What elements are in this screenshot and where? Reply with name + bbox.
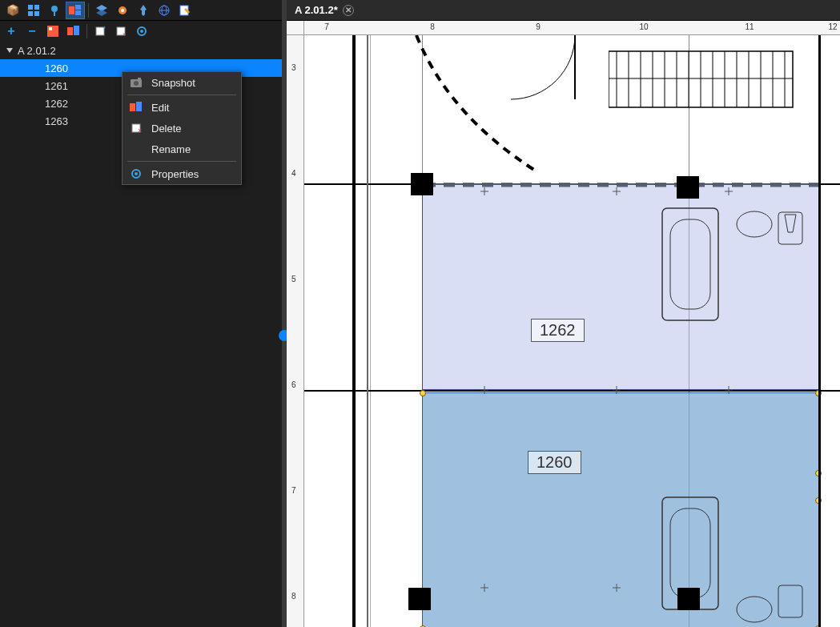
edit-form-icon[interactable] [175,2,195,19]
zone-1260[interactable]: 1260 [422,392,819,627]
column-marker [677,176,699,199]
svg-rect-17 [74,26,79,35]
box-icon[interactable]: 📦 [3,2,22,19]
wall [367,35,368,627]
grid-icon[interactable] [24,2,43,19]
ruler-tick: 6 [291,380,296,389]
layers-icon[interactable] [92,2,111,19]
svg-rect-53 [670,219,710,309]
tab-bar: A 2.01.2* ✕ [287,0,840,21]
ruler-tick: 4 [291,169,296,178]
svg-rect-7 [75,10,81,15]
delete-icon: × [129,121,143,135]
svg-point-23 [140,30,143,33]
add-icon[interactable]: + [2,22,21,40]
menu-properties[interactable]: Properties [123,163,241,184]
tree-root-label: A 2.01.2 [18,45,56,57]
svg-rect-1 [34,5,39,10]
delete-note-icon[interactable]: × [111,22,131,40]
svg-rect-5 [69,6,74,14]
svg-point-25 [134,81,139,86]
svg-rect-15 [49,27,52,30]
stairs [609,35,817,115]
secondary-toolbar: + − + × [0,21,282,42]
menu-delete[interactable]: × Delete [123,118,241,139]
svg-point-58 [737,597,772,622]
new-note-icon[interactable]: + [90,22,110,40]
close-icon[interactable]: ✕ [343,5,354,16]
menu-snapshot[interactable]: Snapshot [123,72,241,93]
camera-icon [129,75,143,90]
menu-label: Edit [151,102,169,114]
remove-icon[interactable]: − [22,22,42,40]
ruler-tick: 9 [536,22,541,31]
ruler-tick: 5 [291,275,296,283]
toolbar-separator [88,3,89,18]
zone-blue-icon[interactable] [64,22,83,40]
menu-rename[interactable]: Rename [123,139,241,159]
ruler-tick: 8 [291,592,296,601]
zone-1262[interactable]: 1262 [422,183,819,390]
zone-label: 1262 [531,319,585,342]
ruler-horizontal: 7 8 9 10 11 12 [304,21,840,35]
properties-gear-icon [129,167,143,181]
gear-icon[interactable] [132,22,151,40]
svg-point-54 [737,211,772,237]
wall [304,390,840,392]
tab-active[interactable]: A 2.01.2* ✕ [295,4,354,16]
spaces-icon[interactable] [66,2,85,19]
wall [352,35,356,627]
ruler-tick: 12 [828,22,837,31]
zone-label: 1260 [528,451,581,474]
ruler-tick: 8 [430,22,435,31]
svg-rect-26 [138,78,141,80]
svg-rect-2 [28,11,33,16]
svg-rect-27 [130,103,135,111]
svg-rect-57 [670,508,710,598]
column-marker [408,588,431,610]
menu-edit[interactable]: Edit [123,97,241,118]
handle-dot[interactable] [420,390,426,396]
bathroom-fixtures [658,200,810,344]
menu-separator [127,161,236,162]
wall [818,35,821,627]
cog-orange-icon[interactable] [113,2,132,19]
globe-icon[interactable] [155,2,174,19]
menu-label: Delete [151,123,182,135]
svg-text:+: + [102,26,106,31]
toolbar-separator [86,24,87,38]
svg-rect-3 [34,11,39,16]
context-menu: Snapshot Edit × Delete Rename Properties [122,71,242,185]
svg-point-4 [51,6,58,12]
menu-label: Snapshot [151,77,195,89]
menu-separator [127,94,236,95]
edit-icon [129,100,143,115]
ruler-tick: 7 [291,486,296,495]
svg-point-9 [121,9,124,12]
door-swing [511,35,591,115]
ruler-tick: 3 [291,63,296,72]
svg-rect-6 [75,5,81,10]
ruler-corner [287,21,304,35]
ruler-vertical: 3 4 5 6 7 8 [287,35,304,627]
pushpin-icon[interactable] [134,2,153,19]
zone-red-icon[interactable] [43,22,62,40]
svg-rect-55 [778,212,802,244]
drawing-canvas[interactable]: 1262 1260 [304,35,840,627]
menu-label: Rename [151,143,191,155]
tree-root[interactable]: A 2.01.2 [0,42,282,59]
menu-label: Properties [151,168,199,180]
tab-title: A 2.01.2* [295,4,338,16]
svg-rect-28 [136,102,142,111]
ruler-tick: 10 [639,22,648,31]
svg-rect-0 [28,5,33,10]
pin-icon[interactable] [45,2,64,19]
ruler-tick: 11 [745,22,754,31]
svg-text:×: × [138,127,142,134]
svg-rect-59 [778,585,802,617]
gridline [370,35,371,627]
svg-rect-16 [67,27,73,35]
svg-point-32 [135,172,138,175]
column-marker [677,588,700,610]
primary-toolbar: 📦 [0,0,282,21]
